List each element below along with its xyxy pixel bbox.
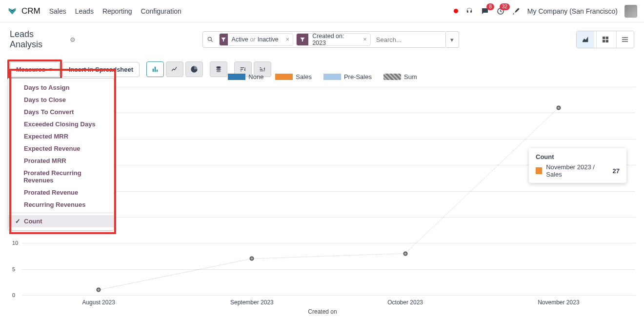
page-title-text: Leads Analysis xyxy=(10,29,66,50)
filter-inactive: Inactive xyxy=(258,36,279,43)
gear-icon[interactable]: ⚙ xyxy=(70,36,76,43)
measure-item[interactable]: Recurring Revenues xyxy=(8,199,114,211)
support-icon[interactable] xyxy=(465,7,474,16)
activities-icon[interactable]: 32 xyxy=(496,7,505,16)
measure-item[interactable]: Days to Assign xyxy=(8,81,114,94)
measure-item-count[interactable]: ✓Count xyxy=(8,215,114,227)
filter-icon xyxy=(220,34,228,45)
legend-presales[interactable]: Pre-Sales xyxy=(344,73,372,80)
svg-line-2 xyxy=(211,40,212,42)
svg-point-3 xyxy=(216,66,221,68)
page-title: Leads Analysis ⚙ xyxy=(10,29,76,50)
tooltip-value: 27 xyxy=(613,167,620,175)
avatar[interactable] xyxy=(624,5,637,18)
measures-dropdown: Days to Assign Days to Close Days To Con… xyxy=(8,78,114,231)
nav-reporting[interactable]: Reporting xyxy=(102,7,132,15)
record-indicator-icon[interactable] xyxy=(454,9,458,13)
messages-icon[interactable]: 8 xyxy=(481,7,489,16)
view-list-icon[interactable] xyxy=(616,31,634,48)
view-switcher xyxy=(576,31,634,48)
measure-item[interactable]: Prorated Revenue xyxy=(8,186,114,199)
nav-leads[interactable]: Leads xyxy=(75,7,94,15)
measures-label: Measures xyxy=(16,66,45,73)
company-name[interactable]: My Company (San Francisco) xyxy=(527,7,618,15)
tooltip-color-icon xyxy=(536,167,542,174)
legend-none[interactable]: None xyxy=(248,73,263,80)
nav-sales[interactable]: Sales xyxy=(49,7,66,15)
top-nav: CRM Sales Leads Reporting Configuration … xyxy=(0,0,644,22)
filter-chip-status[interactable]: Active or Inactive × xyxy=(219,33,293,46)
filter-or: or xyxy=(250,36,256,43)
search-dropdown-button[interactable]: ▾ xyxy=(446,31,459,48)
filter-chip-date[interactable]: Created on: 2023 × xyxy=(296,33,371,46)
search-input[interactable] xyxy=(372,32,445,47)
x-axis-label: Created on xyxy=(10,308,635,315)
search-bar[interactable]: Active or Inactive × Created on: 2023 × xyxy=(202,31,446,48)
search-icon xyxy=(203,36,218,43)
chart-tooltip: Count November 2023 / Sales 27 xyxy=(529,148,626,183)
measure-item[interactable]: Exceeded Closing Days xyxy=(8,118,114,130)
measure-item[interactable]: Days To Convert xyxy=(8,106,114,118)
tools-icon[interactable] xyxy=(512,7,521,16)
measure-item[interactable]: Expected Revenue xyxy=(8,142,114,155)
filter-active: Active xyxy=(232,36,248,43)
legend-sum[interactable]: Sum xyxy=(404,73,417,80)
filter-icon xyxy=(297,34,308,45)
tooltip-label: November 2023 / Sales xyxy=(546,163,608,178)
app-name: CRM xyxy=(21,6,40,16)
filter-date-label: Created on: 2023 xyxy=(308,33,360,46)
svg-point-4 xyxy=(216,68,221,70)
measure-item[interactable]: Expected MRR xyxy=(8,130,114,142)
measure-item[interactable]: Prorated MRR xyxy=(8,155,114,167)
close-icon[interactable]: × xyxy=(360,36,370,43)
svg-point-5 xyxy=(216,70,221,72)
measure-item[interactable]: Prorated Recurring Revenues xyxy=(8,167,114,186)
messages-badge: 8 xyxy=(486,3,494,10)
check-icon: ✓ xyxy=(15,218,21,225)
nav-configuration[interactable]: Configuration xyxy=(141,7,181,15)
view-graph-icon[interactable] xyxy=(577,31,594,48)
close-icon[interactable]: × xyxy=(282,36,293,43)
chevron-down-icon: ▼ xyxy=(48,67,53,72)
legend-sales[interactable]: Sales xyxy=(296,73,312,80)
tooltip-title: Count xyxy=(536,153,620,160)
view-pivot-icon[interactable] xyxy=(596,31,614,48)
app-logo-icon xyxy=(7,6,18,17)
activities-badge: 32 xyxy=(500,3,510,10)
measure-item[interactable]: Days to Close xyxy=(8,94,114,106)
svg-point-1 xyxy=(208,37,211,40)
